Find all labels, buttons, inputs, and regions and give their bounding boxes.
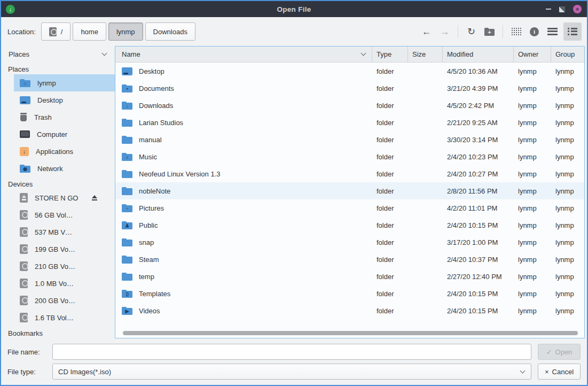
sidebar: Places Places⌂lynmpDesktopTrashComputer↓… (1, 46, 115, 338)
sidebar-item-network[interactable]: ◉Network (14, 160, 115, 177)
close-button[interactable]: × (573, 5, 582, 13)
sidebar-item-199-gb-vo[interactable]: 199 GB Vo… (14, 241, 115, 258)
file-row-downloads[interactable]: ↓Downloadsfolder4/5/20 2:42 PMlynmplynmp (115, 97, 584, 114)
sidebar-item-lynmp[interactable]: ⌂lynmp (14, 74, 115, 91)
file-modified-cell: 2/8/20 11:56 PM (443, 187, 514, 195)
folder-icon: ▶ (122, 306, 132, 315)
folder-icon: ▯ (122, 289, 132, 298)
refresh-button[interactable]: ↻ (464, 25, 479, 39)
column-header-modified[interactable]: Modified (443, 47, 514, 62)
file-name-cell: manual (115, 135, 372, 144)
file-row-manual[interactable]: manualfolder3/30/20 3:14 PMlynmplynmp (115, 131, 584, 148)
column-header-group[interactable]: Group (551, 47, 584, 62)
file-row-videos[interactable]: ▶Videosfolder2/4/20 10:15 PMlynmplynmp (115, 302, 584, 319)
minimize-button[interactable] (546, 9, 551, 10)
file-name-cell: ▶Videos (115, 306, 372, 315)
new-folder-button[interactable]: + (482, 25, 497, 39)
column-header-label: Modified (447, 50, 473, 58)
folder-icon: ♟ (122, 221, 132, 229)
file-row-noblenote[interactable]: nobleNotefolder2/8/20 11:56 PMlynmplynmp (115, 182, 584, 199)
column-header-label: Group (555, 50, 575, 58)
file-row-temp[interactable]: tempfolder2/27/20 12:40 PMlynmplynmp (115, 268, 584, 285)
file-modified-cell: 4/2/20 11:01 PM (443, 204, 514, 212)
breadcrumb-home[interactable]: home (73, 22, 106, 41)
column-header-name[interactable]: Name (115, 47, 372, 62)
file-name-cell: Larian Studios (115, 118, 372, 127)
folder-glyph: ▪ (122, 86, 132, 92)
file-type-select[interactable]: CD Images(*.iso) (52, 364, 531, 380)
location-label: Location: (7, 28, 36, 36)
file-name-cell: temp (115, 272, 372, 281)
forward-button[interactable]: → (437, 25, 452, 39)
file-row-larian-studios[interactable]: Larian Studiosfolder2/21/20 9:25 AMlynmp… (115, 114, 584, 131)
folder-icon (122, 169, 132, 178)
scrollbar-thumb[interactable] (123, 331, 578, 335)
sidebar-item-56-gb-vol[interactable]: 56 GB Vol… (14, 206, 115, 223)
file-row-templates[interactable]: ▯Templatesfolder2/4/20 10:15 PMlynmplynm… (115, 285, 584, 302)
file-row-music[interactable]: ♪Musicfolder2/4/20 10:23 PMlynmplynmp (115, 148, 584, 165)
places-combo[interactable]: Places (1, 46, 115, 62)
sidebar-item-label: 210 GB Vo… (35, 263, 75, 271)
file-modified-cell: 3/30/20 3:14 PM (443, 136, 514, 144)
sidebar-item-200-gb-vo[interactable]: 200 GB Vo… (14, 292, 115, 309)
compact-view-button[interactable] (545, 25, 560, 39)
file-row-steam[interactable]: Steamfolder2/4/20 10:37 PMlynmplynmp (115, 251, 584, 268)
back-button[interactable]: ← (419, 25, 434, 39)
maximize-button[interactable] (559, 6, 565, 12)
file-group-cell: lynmp (551, 84, 584, 92)
file-group-cell: lynmp (551, 153, 584, 161)
sidebar-item-store-n-go[interactable]: STORE N GO (14, 189, 115, 206)
sidebar-item-trash[interactable]: Trash (14, 109, 115, 126)
file-group-cell: lynmp (551, 102, 584, 110)
folder-icon: ◉ (20, 164, 30, 173)
sidebar-item-label: Network (37, 165, 63, 173)
file-row-neofeud-linux-version-1-3[interactable]: Neofeud Linux Version 1.3folder2/4/20 10… (115, 165, 584, 182)
breadcrumb-root[interactable]: / (41, 22, 71, 41)
info-button[interactable]: i (527, 25, 542, 39)
file-name-cell: ▫Pictures (115, 204, 372, 212)
sidebar-item-applications[interactable]: ↓Applications (14, 143, 115, 160)
file-group-cell: lynmp (551, 290, 584, 298)
file-row-documents[interactable]: ▪Documentsfolder3/21/20 4:39 PMlynmplynm… (115, 80, 584, 97)
file-owner-cell: lynmp (514, 102, 551, 110)
file-owner-cell: lynmp (514, 84, 551, 92)
file-name-input[interactable] (52, 344, 531, 360)
horizontal-scrollbar[interactable] (123, 331, 578, 335)
cancel-button[interactable]: × Cancel (538, 364, 581, 380)
file-type-cell: folder (372, 136, 408, 144)
icon-view-button[interactable] (509, 25, 523, 39)
eject-icon[interactable] (91, 195, 98, 200)
grid-view-icon (512, 28, 521, 35)
file-row-snap[interactable]: snapfolder3/17/20 1:00 PMlynmplynmp (115, 234, 584, 251)
folder-icon: ▪ (122, 84, 132, 92)
back-arrow-icon: ← (422, 27, 432, 36)
column-header-label: Owner (518, 50, 538, 58)
file-row-pictures[interactable]: ▫Picturesfolder4/2/20 11:01 PMlynmplynmp (115, 199, 584, 217)
file-name-label: Larian Studios (139, 119, 183, 127)
sidebar-item-1-0-mb-vo[interactable]: 1.0 MB Vo… (14, 275, 115, 292)
breadcrumb-label: Downloads (153, 28, 187, 36)
sidebar-item-1-6-tb-vol[interactable]: 1.6 TB Vol… (14, 309, 115, 326)
file-name-cell: ♟Public (115, 221, 372, 229)
sidebar-item-537-mb-v[interactable]: 537 MB V… (14, 223, 115, 241)
file-row-desktop[interactable]: Desktopfolder4/5/20 10:36 AMlynmplynmp (115, 63, 584, 80)
breadcrumb-label: lynmp (116, 28, 135, 36)
breadcrumb-lynmp[interactable]: lynmp (108, 22, 143, 41)
breadcrumb-downloads[interactable]: Downloads (145, 22, 195, 41)
breadcrumb: /homelynmpDownloads (41, 22, 195, 41)
file-name-label: Downloads (139, 102, 173, 110)
file-group-cell: lynmp (551, 119, 584, 127)
column-header-size[interactable]: Size (408, 47, 443, 62)
open-button[interactable]: ✓ Open (538, 344, 581, 360)
folder-glyph: ♟ (122, 222, 132, 229)
sidebar-item-210-gb-vo[interactable]: 210 GB Vo… (14, 258, 115, 275)
file-row-public[interactable]: ♟Publicfolder2/4/20 10:15 PMlynmplynmp (115, 217, 584, 234)
sidebar-item-desktop[interactable]: Desktop (14, 91, 115, 109)
column-header-type[interactable]: Type (372, 47, 408, 62)
file-name-cell: Steam (115, 255, 372, 264)
file-owner-cell: lynmp (514, 256, 551, 264)
detail-view-button[interactable] (563, 22, 582, 41)
column-header-owner[interactable]: Owner (514, 47, 551, 62)
file-name-label: Documents (139, 84, 174, 92)
sidebar-item-computer[interactable]: Computer (14, 126, 115, 143)
